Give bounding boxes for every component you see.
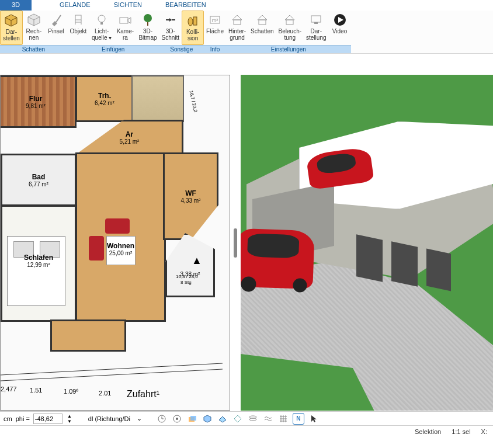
svg-rect-44 — [190, 416, 196, 421]
target-icon[interactable] — [171, 413, 183, 425]
phi-down-button[interactable]: ▼ — [66, 419, 73, 424]
room-ar: Ar 5,21 m² — [75, 120, 183, 155]
room-wohnen: Wohnen 25,00 m² — [75, 152, 166, 322]
kollision-button[interactable]: Kolli-sion — [182, 11, 204, 45]
canvas-area: ▶ Flur 9,81 m² Trh. 6,42 m² Ar 5,21 m² B… — [0, 54, 493, 411]
tab-3d[interactable]: 3D — [0, 0, 32, 11]
darstellung-button[interactable]: Dar-stellung — [304, 11, 328, 45]
group-label: Einstellungen — [226, 45, 350, 53]
tab-sichten[interactable]: SICHTEN — [102, 0, 154, 11]
grid-icon[interactable] — [277, 413, 289, 425]
svg-marker-28 — [258, 15, 267, 20]
house-icon — [255, 13, 269, 27]
objekt-button[interactable]: Objekt — [67, 11, 89, 45]
svg-marker-26 — [232, 15, 242, 20]
chair-icon — [71, 13, 85, 27]
diamond-icon[interactable] — [232, 413, 244, 425]
ribbon: Dar-stellen Rech-nen Pinsel Schatten Obj… — [0, 11, 493, 54]
svg-rect-18 — [147, 22, 148, 26]
status-selection: Selektion — [415, 428, 441, 435]
stack-icon[interactable] — [247, 413, 259, 425]
bottom-toolbar: cm phi = ▲ ▼ dl (Richtung/Di ⌄ N — [0, 411, 493, 425]
house-icon — [283, 13, 297, 27]
tabbar: 3D GELÄNDE SICHTEN BEARBEITEN — [0, 0, 493, 11]
tab-gelaende[interactable]: GELÄNDE — [48, 0, 102, 11]
cube-yellow-icon — [4, 13, 18, 27]
phi-input[interactable] — [33, 414, 63, 424]
schnitt-button[interactable]: 3D-Schnitt — [159, 11, 182, 45]
svg-rect-23 — [193, 17, 197, 25]
lichtquelle-button[interactable]: Licht-quelle ▾ — [89, 11, 114, 45]
n-mode-button[interactable]: N — [293, 413, 304, 425]
svg-marker-47 — [234, 415, 241, 422]
dim-zufahrt: Zufahrt¹ — [127, 389, 159, 400]
phi-up-button[interactable]: ▲ — [66, 414, 73, 419]
collision-icon — [186, 13, 200, 27]
north-arrow-icon: ▲ — [192, 255, 202, 267]
floorplan-3d-view[interactable] — [241, 75, 493, 411]
waves-icon[interactable] — [262, 413, 274, 425]
room-schlafen: Schlafen 12,99 m² — [1, 205, 77, 322]
rechnen-button[interactable]: Rech-nen — [23, 11, 45, 45]
svg-rect-29 — [259, 20, 266, 25]
dim-1: 2,477 — [1, 386, 17, 393]
kamera-button[interactable]: Kame-ra — [114, 11, 136, 45]
dim-side2: 16,3 / 28,6 — [176, 274, 198, 279]
unit-label: cm — [4, 415, 12, 422]
group-label: Einfügen — [67, 45, 159, 53]
arrows-in-icon — [164, 13, 178, 27]
group-label: Info — [204, 45, 226, 53]
svg-point-22 — [188, 18, 193, 26]
group-schatten: Dar-stellen Rech-nen Pinsel Schatten — [0, 11, 67, 53]
layers-icon[interactable] — [186, 413, 198, 425]
svg-marker-50 — [311, 415, 317, 422]
hintergrund-button[interactable]: Hinter-grund — [226, 11, 248, 45]
svg-point-42 — [176, 418, 178, 420]
room-trh: Trh. 6,42 m² — [75, 75, 134, 122]
cube3d-icon[interactable] — [202, 413, 213, 425]
status-x: X: — [481, 428, 487, 435]
monitor-icon — [309, 13, 323, 27]
svg-point-49 — [249, 418, 256, 421]
pinsel-button[interactable]: Pinsel — [45, 11, 67, 45]
play-icon — [333, 13, 347, 27]
beleuchtung-button[interactable]: Beleuch-tung — [276, 11, 304, 45]
svg-line-36 — [1, 363, 223, 375]
dim-side3: 8 Stg — [180, 280, 192, 285]
darstellen-button[interactable]: Dar-stellen — [0, 11, 23, 45]
svg-point-48 — [249, 416, 256, 418]
svg-marker-20 — [169, 18, 172, 22]
svg-line-37 — [1, 369, 223, 381]
floorplan-2d-view[interactable]: Flur 9,81 m² Trh. 6,42 m² Ar 5,21 m² Bad… — [0, 75, 230, 411]
plane-icon[interactable] — [217, 413, 228, 425]
house-icon — [230, 13, 244, 27]
dim-2: 1.51 — [30, 387, 42, 394]
clock-icon[interactable] — [156, 413, 168, 425]
svg-line-8 — [56, 15, 61, 22]
svg-rect-27 — [234, 20, 241, 25]
entrance-area — [50, 319, 126, 352]
mode-label: dl (Richtung/Di — [88, 415, 130, 422]
schatten-button[interactable]: Schatten — [248, 11, 276, 45]
mode-dropdown-button[interactable]: ⌄ — [134, 413, 145, 425]
cursor-icon[interactable] — [308, 413, 320, 425]
status-scale: 1:1 sel — [452, 428, 470, 435]
group-sonstige: 3D-Schnitt Kolli-sion Sonstige — [159, 11, 204, 53]
tab-bearbeiten[interactable]: BEARBEITEN — [154, 0, 218, 11]
room-bad: Bad 6,77 m² — [1, 154, 77, 206]
room-flur: Flur 9,81 m² — [0, 75, 77, 128]
tree-icon — [141, 13, 155, 27]
bitmap-button[interactable]: 3D-Bitmap — [136, 11, 159, 45]
svg-rect-32 — [311, 16, 321, 22]
video-button[interactable]: Video — [329, 11, 351, 45]
cube-gray-icon — [27, 13, 41, 27]
brush-icon — [49, 13, 63, 27]
svg-rect-31 — [286, 20, 293, 25]
svg-point-17 — [144, 14, 152, 22]
group-label: Sonstige — [159, 45, 204, 53]
svg-marker-16 — [128, 18, 131, 23]
svg-text:m²: m² — [212, 18, 218, 23]
splitter[interactable] — [230, 75, 241, 411]
flaeche-button[interactable]: m² Fläche — [204, 11, 226, 45]
camera-icon — [118, 13, 132, 27]
